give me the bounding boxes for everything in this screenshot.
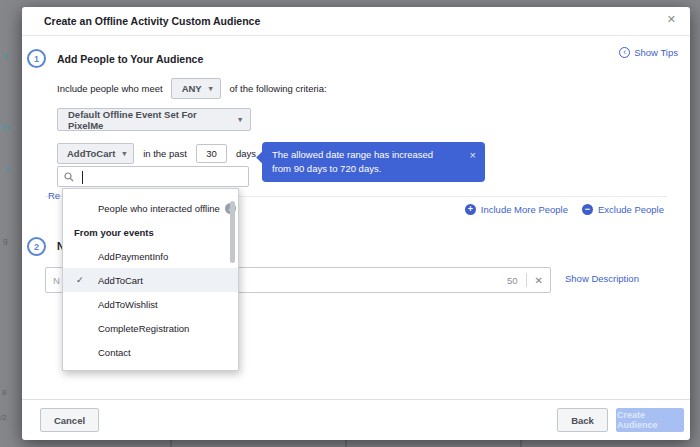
dropdown-item-clipped[interactable]: CustomizeProduct: [63, 364, 238, 371]
minus-circle-icon: −: [582, 204, 593, 215]
event-criteria-row: AddToCart ▾ in the past days i: [57, 142, 276, 164]
audience-links: + Include More People − Exclude People: [465, 204, 664, 215]
dropdown-item-label: AddPaymentInfo: [98, 251, 168, 262]
backdrop-text-fragment: 8: [2, 388, 6, 397]
dropdown-item[interactable]: Contact: [63, 340, 238, 364]
dropdown-item-label: AddToWishlist: [98, 299, 158, 310]
tooltip-text-line2: from 90 days to 720 days.: [272, 162, 461, 176]
show-description-link[interactable]: Show Description: [565, 273, 639, 284]
step-2-badge: 2: [27, 237, 46, 256]
criteria-row: Include people who meet ANY ▾ of the fol…: [57, 78, 327, 99]
name-input-controls: 50 ✕: [507, 268, 543, 292]
backdrop-text-fragment: Re: [1, 123, 11, 132]
event-value: AddToCart: [67, 148, 115, 159]
step-2-number: 2: [34, 242, 39, 252]
event-dropdown-panel: People who interacted offline i From you…: [62, 188, 239, 371]
days-input[interactable]: [196, 144, 227, 163]
back-button[interactable]: Back: [557, 408, 608, 432]
backdrop-table-gridline: [170, 440, 172, 447]
criteria-suffix: of the following criteria:: [229, 83, 326, 94]
text-cursor: [82, 171, 83, 184]
dropdown-item[interactable]: CompleteRegistration: [63, 316, 238, 340]
plus-circle-icon: +: [465, 204, 476, 215]
dropdown-item-label: CustomizeProduct: [98, 371, 176, 372]
days-label: days: [236, 148, 256, 159]
modal-title: Create an Offline Activity Custom Audien…: [44, 15, 260, 27]
event-search-input[interactable]: [80, 171, 242, 182]
backdrop-text-fragment: R: [2, 52, 8, 61]
dropdown-group-header: From your events: [63, 220, 238, 244]
count-divider: [526, 273, 527, 287]
dropdown-item[interactable]: AddPaymentInfo: [63, 244, 238, 268]
caret-down-icon: ▾: [238, 115, 242, 124]
step-1-heading: Add People to Your Audience: [57, 53, 203, 65]
match-type-dropdown[interactable]: ANY ▾: [171, 78, 222, 99]
tooltip-close-icon[interactable]: ×: [470, 148, 476, 164]
caret-down-icon: ▾: [122, 149, 126, 158]
dropdown-scrollbar-thumb[interactable]: [230, 201, 235, 263]
in-the-past-label: in the past: [143, 148, 187, 159]
dropdown-item[interactable]: AddToWishlist: [63, 292, 238, 316]
backdrop-text-fragment: /2: [0, 413, 7, 422]
modal-header: Create an Offline Activity Custom Audien…: [22, 7, 690, 36]
show-tips-link[interactable]: ‹ Show Tips: [619, 47, 678, 58]
name-placeholder-fragment: N: [53, 275, 60, 286]
tooltip-text-line1: The allowed date range has increased: [272, 148, 461, 162]
event-search-box[interactable]: [57, 166, 249, 187]
cancel-button[interactable]: Cancel: [40, 408, 99, 432]
step-1-badge: 1: [27, 49, 46, 68]
include-more-people-link[interactable]: + Include More People: [465, 204, 568, 215]
dropdown-item-selected[interactable]: ✓ AddToCart: [63, 268, 238, 292]
dropdown-item-label: AddToCart: [98, 275, 143, 286]
event-set-dropdown[interactable]: Default Offline Event Set For PixelMe ▾: [57, 108, 251, 131]
step-1-number: 1: [34, 54, 39, 64]
search-icon: [64, 172, 74, 182]
dropdown-item-label: Contact: [98, 347, 131, 358]
include-more-label: Include More People: [481, 204, 568, 215]
dropdown-item-label: People who interacted offline: [98, 203, 220, 214]
event-dropdown-button[interactable]: AddToCart ▾: [57, 143, 134, 164]
backdrop-table-gridline: [345, 440, 347, 447]
backdrop-text-fragment: g: [3, 236, 7, 245]
exclude-people-link[interactable]: − Exclude People: [582, 204, 664, 215]
clear-input-icon[interactable]: ✕: [535, 275, 543, 286]
create-offline-audience-modal: Create an Offline Activity Custom Audien…: [22, 7, 690, 440]
dropdown-item[interactable]: People who interacted offline i: [63, 196, 238, 220]
backdrop-table-gridline: [520, 440, 522, 447]
footer-divider: [22, 399, 690, 400]
close-icon[interactable]: ✕: [667, 13, 676, 26]
show-tips-label: Show Tips: [634, 47, 678, 58]
backdrop-text-fragment: e: [5, 164, 9, 173]
check-icon: ✓: [76, 275, 84, 285]
char-count: 50: [507, 275, 518, 286]
create-audience-button[interactable]: Create Audience: [616, 408, 684, 432]
remove-link-fragment[interactable]: Re: [48, 190, 60, 201]
date-range-tooltip: The allowed date range has increased fro…: [262, 142, 485, 182]
chevron-left-circle-icon: ‹: [619, 47, 630, 58]
criteria-prefix: Include people who meet: [57, 83, 163, 94]
match-type-value: ANY: [182, 83, 202, 94]
caret-down-icon: ▾: [209, 84, 213, 93]
dropdown-item-label: CompleteRegistration: [98, 323, 189, 334]
event-set-value: Default Offline Event Set For PixelMe: [68, 109, 231, 131]
exclude-label: Exclude People: [598, 204, 664, 215]
dropdown-header-label: From your events: [74, 227, 154, 238]
